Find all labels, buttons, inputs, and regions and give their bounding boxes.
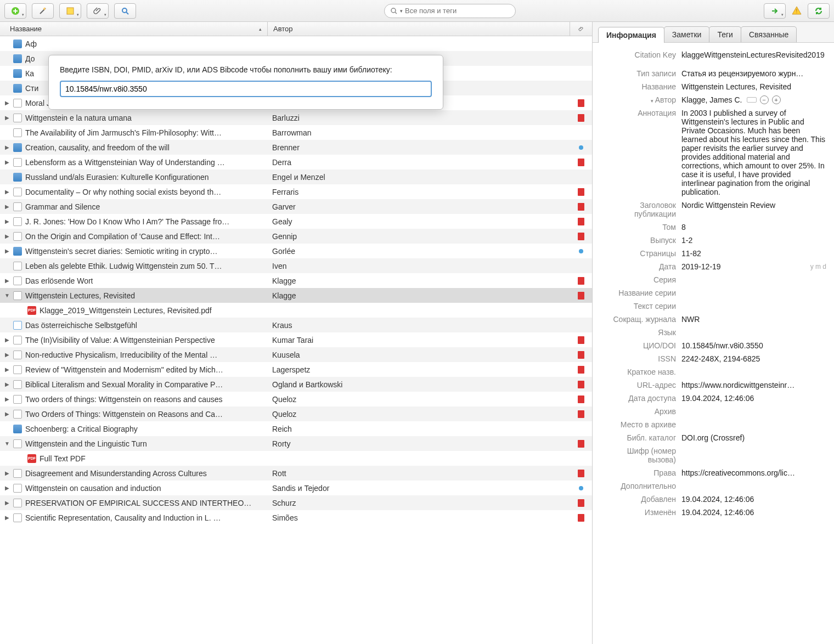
field-value[interactable]: 19.04.2024, 12:46:06 — [681, 394, 826, 403]
disclosure-triangle[interactable]: ▶ — [3, 410, 11, 418]
table-row[interactable]: ▶Wittgenstein e la natura umanaBarluzzi — [0, 110, 592, 125]
disclosure-triangle[interactable]: ▶ — [3, 203, 11, 211]
table-row[interactable]: ▶Two orders of things: Wittgenstein on r… — [0, 392, 592, 406]
author-mode-toggle[interactable] — [747, 97, 757, 103]
disclosure-triangle[interactable]: ▶ — [3, 218, 11, 225]
table-row[interactable]: ▼Wittgenstein Lectures, RevisitedKlagge — [0, 288, 592, 303]
table-row[interactable]: ▶Biblical Literalism and Sexual Morality… — [0, 377, 592, 392]
disclosure-triangle[interactable]: ▶ — [3, 396, 11, 403]
arrow-right-icon — [771, 7, 779, 15]
disclosure-triangle[interactable]: ▶ — [3, 144, 11, 151]
column-title[interactable]: Название▴ — [0, 22, 268, 36]
field-value[interactable]: NWR — [681, 315, 826, 324]
add-by-id-button[interactable] — [32, 3, 54, 19]
table-row[interactable]: Das österreichische SelbstgefühlKraus — [0, 318, 592, 332]
field-value[interactable]: Nordic Wittgenstein Review — [681, 201, 826, 210]
table-row[interactable]: ▶Documentality – Or why nothing social e… — [0, 184, 592, 199]
disclosure-triangle[interactable]: ▼ — [3, 440, 11, 448]
table-row[interactable]: ▶Review of "Wittgenstein and Modernism" … — [0, 362, 592, 377]
field-value[interactable]: 11-82 — [681, 249, 826, 258]
tab-related[interactable]: Связанные — [741, 26, 797, 42]
disclosure-triangle[interactable]: ▶ — [3, 159, 11, 166]
tab-notes[interactable]: Заметки — [664, 26, 710, 42]
field-value[interactable]: Klagge, James C. — [681, 95, 742, 104]
book-icon — [13, 84, 22, 93]
table-row[interactable]: ▶Grammar and SilenceGarver — [0, 199, 592, 214]
table-row[interactable]: ▶Non-reductive Physicalism, Irreducibili… — [0, 347, 592, 362]
add-author-button[interactable]: + — [772, 95, 781, 104]
disclosure-triangle[interactable]: ▶ — [3, 470, 11, 477]
disclosure-triangle[interactable]: ▶ — [3, 233, 11, 240]
field-label: Архив — [600, 407, 681, 416]
item-author: Garver — [268, 202, 570, 211]
disclosure-triangle[interactable]: ▶ — [3, 277, 11, 285]
search-field[interactable]: ▾ — [384, 4, 516, 18]
disclosure-triangle[interactable]: ▶ — [3, 336, 11, 344]
field-value[interactable]: 10.15845/nwr.v8i0.3550 — [681, 341, 826, 350]
field-value[interactable]: https://www.nordicwittgensteinr… — [681, 381, 826, 389]
disclosure-triangle[interactable]: ▶ — [3, 114, 11, 122]
table-row[interactable]: Russland und/als Eurasien: Kulturelle Ko… — [0, 170, 592, 184]
table-row[interactable]: Schoenberg: a Critical BiographyReich — [0, 421, 592, 436]
field-value[interactable]: Wittgenstein Lectures, Revisited — [681, 82, 826, 91]
disclosure-triangle[interactable]: ▶ — [3, 99, 11, 107]
new-note-button[interactable]: ▾ — [59, 3, 81, 19]
advanced-search-button[interactable] — [114, 3, 136, 19]
table-row[interactable]: ▶Creation, causality, and freedom of the… — [0, 140, 592, 155]
table-row[interactable]: ▶The (In)Visibility of Value: A Wittgens… — [0, 332, 592, 347]
table-row[interactable]: ▶On the Origin and Compilation of 'Cause… — [0, 229, 592, 244]
table-row[interactable]: ▶Das erlösende WortKlagge — [0, 273, 592, 288]
doc-icon — [13, 291, 22, 300]
disclosure-triangle[interactable]: ▼ — [3, 292, 11, 300]
disclosure-triangle[interactable]: ▶ — [3, 514, 11, 522]
field-value[interactable]: https://creativecommons.org/lic… — [681, 468, 826, 477]
table-row[interactable]: ▶Wittgenstein's secret diaries: Semiotic… — [0, 244, 592, 258]
disclosure-triangle[interactable]: ▶ — [3, 247, 11, 255]
field-value[interactable]: 8 — [681, 223, 826, 231]
field-value[interactable]: 2019-12-19 — [681, 262, 721, 271]
column-attachment[interactable] — [570, 22, 592, 36]
item-title: Lebensform as a Wittgensteinian Way of U… — [25, 158, 225, 167]
disclosure-triangle[interactable]: ▶ — [3, 351, 11, 359]
field-value[interactable]: klaggeWittgensteinLecturesRevisited2019 — [681, 50, 826, 59]
disclosure-triangle[interactable]: ▶ — [3, 366, 11, 374]
table-row[interactable]: The Availability of Jim Jarmusch's Film-… — [0, 125, 592, 140]
item-title: The Availability of Jim Jarmusch's Film-… — [25, 128, 222, 137]
column-author[interactable]: Автор — [268, 22, 570, 36]
field-value[interactable]: DOI.org (Crossref) — [681, 433, 826, 442]
attach-button[interactable]: ▾ — [87, 3, 109, 19]
tab-info[interactable]: Информация — [598, 27, 664, 43]
remove-author-button[interactable]: − — [760, 95, 769, 104]
table-row[interactable]: ▶Disagreement and Misunderstanding Acros… — [0, 466, 592, 481]
field-value[interactable]: Статья из рецензируемого журн… — [681, 69, 826, 78]
disclosure-triangle[interactable]: ▶ — [3, 499, 11, 507]
table-row[interactable]: ▶J. R. Jones: 'How Do I Know Who I Am?' … — [0, 214, 592, 229]
field-label: Сокращ. журнала — [600, 315, 681, 324]
locate-button[interactable]: ▾ — [764, 3, 786, 19]
sync-button[interactable] — [808, 3, 830, 19]
table-row[interactable]: ▶Wittgenstein on causation and induction… — [0, 481, 592, 495]
disclosure-triangle[interactable]: ▶ — [3, 484, 11, 492]
add-by-id-input[interactable] — [60, 81, 432, 97]
disclosure-triangle[interactable]: ▶ — [3, 188, 11, 196]
table-row[interactable]: ▶Scientific Representation, Causality an… — [0, 510, 592, 525]
field-value[interactable]: 1-2 — [681, 236, 826, 245]
tab-tags[interactable]: Теги — [709, 26, 741, 42]
warning-icon[interactable]: ! — [791, 5, 802, 16]
table-row[interactable]: ▶Lebensform as a Wittgensteinian Way of … — [0, 155, 592, 170]
field-value[interactable]: In 2003 I published a survey of Wittgens… — [681, 109, 826, 196]
new-item-button[interactable]: ▾ — [4, 3, 26, 19]
search-input[interactable] — [405, 7, 510, 15]
item-title: Wittgenstein on causation and induction — [25, 484, 161, 493]
disclosure-triangle[interactable]: ▶ — [3, 381, 11, 388]
field-value[interactable]: 2242-248X, 2194-6825 — [681, 354, 826, 363]
table-row[interactable]: Leben als gelebte Ethik. Ludwig Wittgens… — [0, 258, 592, 273]
table-row[interactable]: PDFFull Text PDF — [0, 451, 592, 466]
table-row[interactable]: ▼Wittgenstein and the Linguistic TurnRor… — [0, 436, 592, 451]
attachment-indicator — [570, 188, 592, 196]
table-row[interactable]: Аф — [0, 36, 592, 51]
table-row[interactable]: ▶PRESERVATION OF EMPIRICAL SUCCESS AND I… — [0, 495, 592, 510]
table-row[interactable]: ▶Two Orders of Things: Wittgenstein on R… — [0, 406, 592, 421]
attachment-indicator — [570, 381, 592, 388]
table-row[interactable]: PDFKlagge_2019_Wittgenstein Lectures, Re… — [0, 303, 592, 318]
